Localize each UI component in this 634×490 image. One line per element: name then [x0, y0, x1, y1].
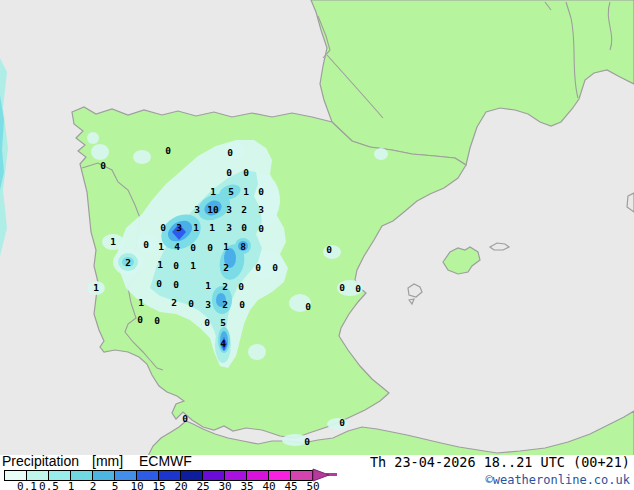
precip-value: 3 [258, 204, 264, 215]
legend-tick-label: 50 [298, 480, 328, 490]
precip-value: 0 [241, 222, 247, 233]
precip-value: 0 [182, 413, 188, 424]
precip-value: 0 [154, 315, 160, 326]
precip-value: 1 [223, 241, 229, 252]
precip-value: 0 [160, 222, 166, 233]
precip-value: 0 [207, 242, 213, 253]
precip-value: 4 [220, 338, 226, 349]
legend-cell [93, 471, 115, 480]
model-label: ECMWF [139, 453, 192, 469]
legend-cell [71, 471, 93, 480]
map-canvas: 0000015103103230311300101400180210120010… [0, 0, 634, 456]
precip-value: 0 [255, 262, 261, 273]
precip-value: 5 [228, 186, 234, 197]
precip-value: 0 [173, 260, 179, 271]
precip-value: 3 [226, 204, 232, 215]
copyright-label: ©weatheronline.co.uk [486, 473, 631, 487]
precip-value: 1 [209, 222, 215, 233]
precip-value: 1 [190, 260, 196, 271]
precip-value: 0 [339, 282, 345, 293]
precip-value: 0 [258, 186, 264, 197]
precip-value: 1 [210, 186, 216, 197]
precip-value: 0 [305, 301, 311, 312]
precip-value: 1 [205, 280, 211, 291]
precip-value: 0 [190, 242, 196, 253]
precip-value: 3 [194, 204, 200, 215]
precip-value: 8 [240, 241, 246, 252]
precip-value: 4 [174, 241, 180, 252]
legend-cell [291, 471, 312, 480]
precip-value: 0 [227, 147, 233, 158]
precip-value: 0 [204, 317, 210, 328]
precip-value: 10 [207, 204, 219, 215]
precip-value: 0 [243, 167, 249, 178]
precip-value: 1 [158, 241, 164, 252]
datetime-label: Th 23-04-2026 18..21 UTC (00+21) [370, 454, 630, 470]
legend-strip: Precipitation [mm] ECMWF Th 23-04-2026 1… [0, 455, 634, 490]
weather-map-screenshot: 0000015103103230311300101400180210120010… [0, 0, 634, 490]
precip-value: 0 [355, 283, 361, 294]
legend-cell [203, 471, 225, 480]
precip-value: 0 [304, 436, 310, 447]
precip-value: 1 [193, 222, 199, 233]
precip-value: 0 [188, 298, 194, 309]
precip-value: 0 [326, 244, 332, 255]
legend-cell [225, 471, 247, 480]
precip-value: 1 [157, 259, 163, 270]
unit-label: [mm] [92, 453, 123, 469]
precip-value: 0 [239, 299, 245, 310]
precip-value: 2 [222, 299, 228, 310]
legend-cell [137, 471, 159, 480]
legend-cell [159, 471, 181, 480]
precip-value: 2 [171, 297, 177, 308]
precip-value: 0 [100, 160, 106, 171]
precip-value: 2 [222, 281, 228, 292]
precip-value: 0 [272, 262, 278, 273]
legend-cell [27, 471, 49, 480]
precip-value: 0 [156, 278, 162, 289]
precip-value: 1 [110, 236, 116, 247]
precip-value: 1 [93, 282, 99, 293]
precip-value: 0 [339, 417, 345, 428]
legend-cell [181, 471, 203, 480]
precip-value: 2 [125, 257, 131, 268]
precip-value: 0 [165, 145, 171, 156]
legend-cell [269, 471, 291, 480]
legend-cell [247, 471, 269, 480]
precip-value: 3 [226, 222, 232, 233]
precip-value: 0 [143, 239, 149, 250]
precip-value: 2 [241, 204, 247, 215]
precip-value: 3 [176, 222, 182, 233]
legend-cell [49, 471, 71, 480]
precip-value: 0 [258, 223, 264, 234]
precip-value: 3 [205, 299, 211, 310]
precip-value: 2 [223, 262, 229, 273]
precip-value: 0 [226, 167, 232, 178]
precip-value: 0 [173, 279, 179, 290]
precip-value: 0 [137, 314, 143, 325]
precip-value: 1 [243, 186, 249, 197]
product-title: Precipitation [2, 453, 79, 469]
precip-value: 0 [238, 281, 244, 292]
legend-cell [5, 471, 27, 480]
legend-cell [115, 471, 137, 480]
precip-value: 1 [138, 297, 144, 308]
precip-value: 5 [220, 317, 226, 328]
